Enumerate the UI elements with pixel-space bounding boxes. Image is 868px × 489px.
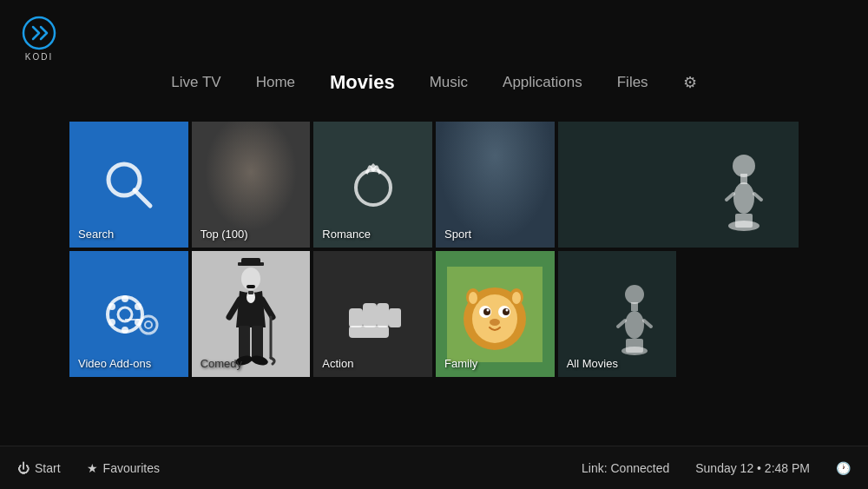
ring-icon bbox=[343, 155, 404, 215]
tile-family-label: Family bbox=[444, 357, 477, 370]
tile-search[interactable]: Search bbox=[69, 122, 188, 248]
tile-action-label: Action bbox=[322, 357, 353, 370]
power-icon: ⏻ bbox=[17, 461, 30, 475]
tile-romance-label: Romance bbox=[322, 228, 371, 241]
svg-rect-6 bbox=[735, 214, 753, 228]
svg-point-3 bbox=[356, 170, 391, 205]
svg-point-48 bbox=[487, 308, 490, 311]
footer-left: ⏻ Start ★ Favourites bbox=[17, 461, 160, 475]
svg-line-8 bbox=[727, 194, 733, 200]
svg-point-16 bbox=[108, 303, 115, 310]
svg-rect-38 bbox=[377, 303, 389, 327]
tile-top100-label: Top (100) bbox=[201, 228, 248, 241]
tile-family[interactable]: Family bbox=[436, 251, 555, 377]
settings-icon[interactable]: ⚙ bbox=[683, 73, 697, 92]
svg-point-53 bbox=[469, 292, 477, 304]
svg-point-50 bbox=[490, 319, 500, 326]
nav-music[interactable]: Music bbox=[430, 74, 468, 91]
oscar-icon bbox=[716, 137, 773, 233]
svg-rect-26 bbox=[247, 285, 255, 288]
start-label: Start bbox=[35, 461, 61, 475]
svg-point-15 bbox=[122, 327, 128, 334]
nav-home[interactable]: Home bbox=[256, 74, 295, 91]
link-status: Link: Connected bbox=[582, 461, 669, 475]
tile-action[interactable]: Action bbox=[313, 251, 432, 377]
nav-livetv[interactable]: Live TV bbox=[171, 74, 220, 91]
nav-movies[interactable]: Movies bbox=[330, 71, 395, 94]
tile-sport[interactable]: Sport bbox=[436, 122, 555, 248]
clock-icon: 🕐 bbox=[836, 461, 851, 475]
search-icon bbox=[96, 152, 161, 217]
svg-point-18 bbox=[108, 319, 115, 326]
svg-point-21 bbox=[145, 321, 152, 328]
svg-line-59 bbox=[644, 320, 651, 327]
svg-point-54 bbox=[512, 292, 521, 304]
nav-files[interactable]: Files bbox=[617, 74, 648, 91]
svg-point-61 bbox=[625, 285, 644, 304]
tile-addons[interactable]: Video Add-ons bbox=[69, 251, 188, 377]
tile-sport-label: Sport bbox=[444, 228, 471, 241]
nav-applications[interactable]: Applications bbox=[503, 74, 582, 91]
svg-rect-37 bbox=[363, 303, 377, 327]
svg-rect-24 bbox=[241, 258, 260, 266]
fist-icon bbox=[340, 284, 405, 345]
svg-point-20 bbox=[140, 316, 157, 334]
svg-rect-32 bbox=[239, 326, 250, 359]
oscar2-icon bbox=[611, 273, 659, 355]
svg-point-57 bbox=[625, 311, 644, 339]
svg-point-11 bbox=[733, 155, 755, 177]
datetime-display: Sunday 12 • 2:48 PM bbox=[695, 461, 810, 475]
svg-line-2 bbox=[135, 190, 150, 206]
film-reel-icon bbox=[96, 281, 161, 347]
svg-line-58 bbox=[618, 320, 625, 327]
movie-grid: Search Top (100) Romance Sport bbox=[69, 122, 799, 377]
svg-rect-28 bbox=[248, 291, 253, 294]
star-icon: ★ bbox=[87, 461, 98, 475]
svg-point-17 bbox=[135, 303, 141, 310]
tile-allmovies-label: All Movies bbox=[567, 357, 618, 370]
main-nav: Live TV Home Movies Music Applications F… bbox=[171, 71, 696, 94]
svg-line-9 bbox=[754, 194, 761, 200]
svg-rect-39 bbox=[349, 326, 389, 338]
tile-oscar[interactable] bbox=[558, 122, 799, 248]
chaplin-icon bbox=[220, 258, 281, 371]
svg-point-49 bbox=[506, 308, 509, 311]
svg-rect-56 bbox=[626, 339, 643, 353]
svg-rect-36 bbox=[349, 308, 363, 327]
tile-romance[interactable]: Romance bbox=[313, 122, 432, 248]
tile-allmovies[interactable]: All Movies bbox=[558, 251, 677, 377]
start-button[interactable]: ⏻ Start bbox=[17, 461, 61, 475]
footer-right: Link: Connected Sunday 12 • 2:48 PM 🕐 bbox=[582, 461, 851, 475]
tile-comedy-label: Comedy bbox=[201, 357, 242, 370]
lion-icon bbox=[447, 267, 542, 362]
footer-bar: ⏻ Start ★ Favourites Link: Connected Sun… bbox=[0, 446, 868, 489]
svg-rect-40 bbox=[389, 308, 401, 327]
navigation-header: Live TV Home Movies Music Applications F… bbox=[0, 0, 868, 113]
svg-rect-33 bbox=[252, 326, 263, 359]
favourites-button[interactable]: ★ Favourites bbox=[87, 461, 160, 475]
tile-addons-label: Video Add-ons bbox=[78, 357, 151, 370]
svg-point-7 bbox=[733, 182, 754, 214]
tile-search-label: Search bbox=[78, 228, 114, 241]
tile-comedy[interactable]: Comedy bbox=[192, 251, 311, 377]
tile-top100[interactable]: Top (100) bbox=[192, 122, 311, 248]
svg-point-14 bbox=[122, 295, 128, 302]
favourites-label: Favourites bbox=[103, 461, 160, 475]
